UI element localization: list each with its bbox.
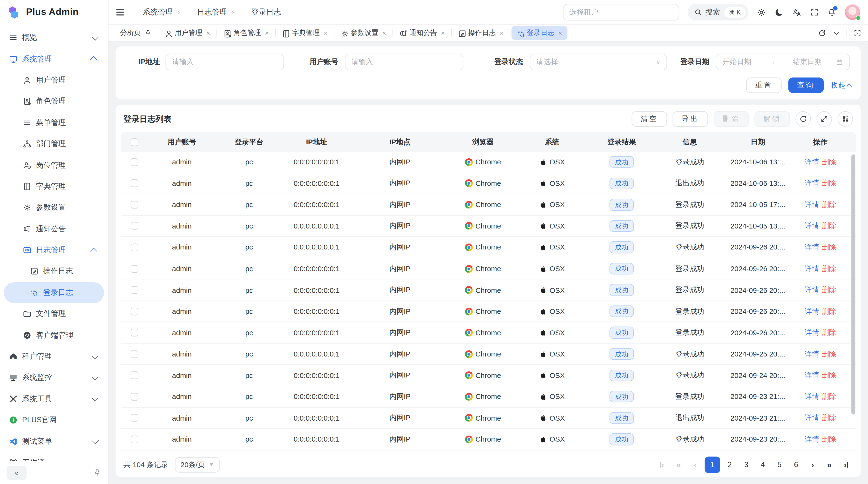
close-tab-icon[interactable]: × [441,30,445,36]
tab-oplog[interactable]: 操作日志× [453,26,508,40]
tab-dict[interactable]: 字典管理× [277,26,333,40]
user-avatar[interactable] [845,4,860,20]
next-page-button[interactable]: › [806,457,820,472]
sidebar-item-param[interactable]: 参数设置 [4,197,104,218]
column-settings-icon[interactable] [838,111,853,127]
close-tab-icon[interactable]: × [206,30,210,36]
fullscreen-icon[interactable] [810,8,819,17]
tab-loginlog[interactable]: 登录日志× [511,26,567,40]
tenant-select[interactable]: 选择租户 [563,4,679,21]
first-page-button[interactable]: ‹ [655,457,669,472]
global-search[interactable]: 搜索 ⌘ K [687,4,748,21]
sidebar-item-tenant[interactable]: 租户管理 [4,346,104,367]
detail-link[interactable]: 详情 [805,328,819,338]
page-size-select[interactable]: 20条/页 ▼ [175,457,220,472]
delete-link[interactable]: 删除 [822,243,836,252]
ip-input[interactable]: 请输入 [165,54,284,70]
tab-menu-chevron-icon[interactable] [833,30,840,36]
close-tab-icon[interactable]: × [382,30,386,36]
row-checkbox[interactable] [130,308,138,315]
page-3-button[interactable]: 3 [739,457,753,472]
detail-link[interactable]: 详情 [805,157,819,167]
sidebar-item-overview[interactable]: 概览 [4,27,104,49]
row-checkbox[interactable] [130,372,138,379]
detail-link[interactable]: 详情 [805,179,819,188]
detail-link[interactable]: 详情 [805,285,819,295]
pin-icon[interactable] [144,29,151,37]
delete-link[interactable]: 删除 [822,157,836,167]
sidebar-item-sysmonitor[interactable]: 系统监控 [4,367,104,388]
close-tab-icon[interactable]: × [500,30,503,36]
detail-link[interactable]: 详情 [805,413,819,423]
settings-gear-icon[interactable] [757,7,766,17]
delete-link[interactable]: 删除 [822,328,836,338]
delete-link[interactable]: 删除 [822,179,836,188]
page-2-button[interactable]: 2 [722,457,737,472]
sidebar-item-client[interactable]: 客户端管理 [4,324,104,346]
sidebar-item-oplog[interactable]: 操作日志 [4,261,104,282]
forward-pages-button[interactable]: » [822,457,836,472]
last-page-button[interactable]: › [839,457,853,472]
sidebar-item-loginlog[interactable]: 登录日志 [4,282,104,303]
delete-button[interactable]: 删除 [713,111,749,127]
row-checkbox[interactable] [130,158,138,166]
sidebar-item-plusweb[interactable]: PLUS官网 [4,410,104,431]
status-select[interactable]: 请选择 ∨ [530,54,667,70]
page-1-button[interactable]: 1 [705,456,720,473]
delete-link[interactable]: 删除 [822,413,836,423]
back-pages-button[interactable]: « [672,457,686,472]
row-checkbox[interactable] [130,286,138,294]
dark-mode-moon-icon[interactable] [774,7,784,17]
delete-link[interactable]: 删除 [822,221,836,231]
detail-link[interactable]: 详情 [805,392,819,401]
sidebar-item-system[interactable]: 系统管理 [4,49,104,70]
detail-link[interactable]: 详情 [805,349,819,359]
row-checkbox[interactable] [130,244,138,251]
logo[interactable]: Plus Admin [0,0,108,24]
tab-param[interactable]: 参数设置× [335,26,391,40]
menu-toggle-icon[interactable] [116,9,124,15]
tab-user[interactable]: 用户管理× [159,26,215,40]
sidebar-item-systools[interactable]: 系统工具 [4,388,104,410]
sidebar-item-user[interactable]: 用户管理 [4,70,104,91]
table-scrollbar[interactable] [851,155,855,415]
row-checkbox[interactable] [130,350,138,358]
breadcrumb-item-loginlog[interactable]: 登录日志 [239,7,281,17]
delete-link[interactable]: 删除 [822,349,836,359]
close-tab-icon[interactable]: × [323,30,328,36]
delete-link[interactable]: 删除 [822,264,836,273]
close-tab-icon[interactable]: × [558,30,562,36]
tab-role[interactable]: 角色管理× [218,26,274,40]
delete-link[interactable]: 删除 [822,392,836,401]
close-tab-icon[interactable]: × [265,30,269,36]
row-checkbox[interactable] [130,180,138,187]
detail-link[interactable]: 详情 [805,221,819,231]
breadcrumb-item-system[interactable]: 系统管理 [131,7,173,17]
delete-link[interactable]: 删除 [822,306,836,316]
sidebar-item-dept[interactable]: 部门管理 [4,133,104,155]
detail-link[interactable]: 详情 [805,306,819,316]
row-checkbox[interactable] [130,393,138,400]
search-button[interactable]: 查询 [788,77,824,93]
detail-link[interactable]: 详情 [805,200,819,210]
detail-link[interactable]: 详情 [805,370,819,380]
date-range-input[interactable]: 开始日期 → 结束日期 [716,54,850,70]
refresh-tab-icon[interactable] [818,29,826,37]
row-checkbox[interactable] [130,201,138,208]
sidebar-item-post[interactable]: 岗位管理 [4,155,104,176]
sidebar-item-role[interactable]: 角色管理 [4,91,104,112]
page-4-button[interactable]: 4 [756,457,770,472]
detail-link[interactable]: 详情 [805,264,819,273]
row-checkbox[interactable] [130,435,138,443]
language-translate-icon[interactable] [792,7,802,17]
notifications-bell-icon[interactable] [827,7,836,17]
delete-link[interactable]: 删除 [822,434,836,444]
export-button[interactable]: 导出 [673,111,708,127]
sidebar-collapse-button[interactable]: « [7,466,27,479]
sidebar-item-file[interactable]: 文件管理 [4,303,104,324]
tab-notice[interactable]: 通知公告× [394,26,450,40]
row-checkbox[interactable] [130,414,138,422]
sidebar-item-notice[interactable]: 通知公告 [4,218,104,239]
expand-table-icon[interactable] [816,111,832,127]
sidebar-pin-icon[interactable] [93,468,101,477]
